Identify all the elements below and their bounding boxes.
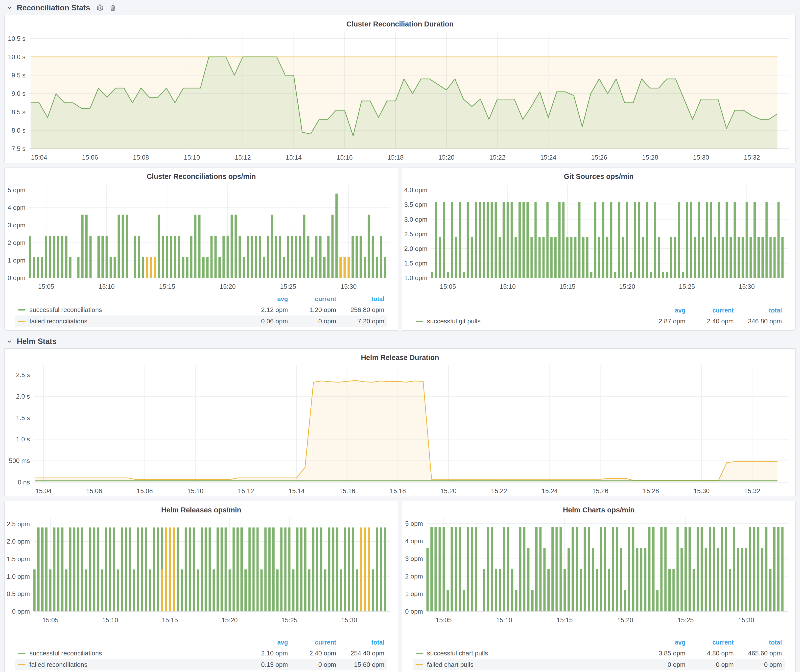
panel-title[interactable]: Helm Releases ops/min — [5, 501, 398, 515]
svg-text:15:32: 15:32 — [744, 487, 760, 494]
svg-text:15:15: 15:15 — [159, 283, 175, 290]
svg-text:15:10: 15:10 — [496, 616, 512, 624]
chart-canvas: 15:0515:1015:1515:2015:2515:300 opm1 opm… — [402, 515, 795, 625]
svg-text:8.0 s: 8.0 s — [12, 127, 26, 134]
legend-sort-total[interactable]: total — [336, 295, 384, 302]
legend-sort-avg[interactable]: avg — [637, 639, 685, 646]
svg-text:15:20: 15:20 — [619, 283, 635, 290]
svg-text:15:30: 15:30 — [341, 283, 357, 290]
svg-text:9.5 s: 9.5 s — [12, 72, 26, 79]
series-color-marker — [18, 664, 26, 665]
panel-helm-release-duration: Helm Release Duration 15:0415:0615:0815:… — [5, 348, 795, 497]
section-header-helm-stats[interactable]: Helm Stats — [5, 334, 795, 348]
legend-row: successful git pulls2.87 opm2.40 opm346.… — [413, 315, 785, 327]
legend-stat-value: 4.80 opm — [685, 650, 734, 657]
legend-sort-total[interactable]: total — [734, 307, 782, 314]
legend: avgcurrenttotalsuccessful reconciliation… — [15, 637, 387, 672]
legend-stat-value: 0.06 opm — [240, 317, 288, 325]
legend-sort-total[interactable]: total — [336, 639, 384, 646]
legend-series-label[interactable]: successful reconciliations — [29, 306, 102, 314]
svg-text:15:20: 15:20 — [220, 283, 236, 290]
svg-text:15:18: 15:18 — [387, 154, 403, 161]
legend-series-label[interactable]: failed reconciliations — [29, 661, 87, 669]
gear-icon[interactable] — [96, 4, 103, 12]
legend-header-row: avgcurrenttotal — [413, 305, 785, 315]
svg-text:15:28: 15:28 — [643, 487, 659, 494]
chevron-down-icon — [6, 338, 12, 344]
panel-git-sources-opm: Git Sources ops/min 15:0515:1015:1515:20… — [402, 167, 795, 331]
legend-sort-avg[interactable]: avg — [637, 307, 685, 314]
legend-row: successful chart pulls3.85 opm4.80 opm46… — [413, 648, 785, 659]
svg-text:15:30: 15:30 — [739, 283, 755, 290]
time-series-plot[interactable]: 15:0415:0615:0815:1015:1215:1415:1615:18… — [5, 362, 795, 497]
legend-stat-value: 2.10 opm — [240, 650, 288, 657]
svg-text:15:15: 15:15 — [557, 616, 573, 624]
panel-title[interactable]: Helm Release Duration — [5, 349, 795, 362]
legend-row: successful reconciliations2.10 opm2.40 o… — [15, 648, 387, 659]
series-color-marker — [416, 664, 423, 665]
legend-stat-value: 0 opm — [734, 661, 782, 669]
legend-series-label[interactable]: successful chart pulls — [427, 650, 488, 657]
svg-text:1.5 opm: 1.5 opm — [7, 555, 30, 563]
legend-sort-avg[interactable]: avg — [240, 295, 288, 302]
svg-text:15:30: 15:30 — [693, 154, 709, 161]
panel-title[interactable]: Git Sources ops/min — [402, 168, 795, 181]
legend-series-label[interactable]: failed chart pulls — [427, 661, 474, 669]
legend: avgcurrenttotalsuccessful chart pulls3.8… — [413, 637, 785, 672]
legend-sort-current[interactable]: current — [288, 295, 336, 302]
series-color-marker — [18, 321, 26, 322]
legend-stat-value: 254.40 opm — [336, 650, 384, 657]
legend-sort-current[interactable]: current — [685, 639, 734, 646]
svg-text:0.5 opm: 0.5 opm — [7, 590, 30, 598]
svg-text:0 opm: 0 opm — [8, 274, 26, 282]
svg-text:15:15: 15:15 — [559, 283, 575, 290]
legend-series-label[interactable]: successful reconciliations — [29, 650, 102, 657]
svg-text:9.0 s: 9.0 s — [12, 90, 26, 97]
svg-text:15:12: 15:12 — [238, 487, 254, 494]
legend-stat-value: 465.60 opm — [734, 650, 782, 657]
svg-text:0 ns: 0 ns — [18, 478, 30, 486]
legend-stat-value: 2.12 opm — [240, 306, 288, 314]
panel-title[interactable]: Helm Charts ops/min — [402, 501, 795, 515]
bar-chart-plot[interactable]: 15:0515:1015:1515:2015:2515:300 opm0.5 o… — [5, 515, 398, 625]
legend-stat-value: 7.20 opm — [336, 317, 384, 325]
section-header-reconciliation-stats[interactable]: Reconciliation Stats — [5, 0, 795, 15]
chart-canvas: 15:0515:1015:1515:2015:2515:300 opm0.5 o… — [5, 515, 398, 625]
svg-text:15:30: 15:30 — [738, 616, 754, 624]
time-series-plot[interactable]: 15:0415:0615:0815:1015:1215:1415:1615:18… — [5, 29, 795, 163]
svg-text:15:06: 15:06 — [86, 487, 102, 494]
svg-text:15:10: 15:10 — [102, 616, 118, 624]
legend-series-label[interactable]: failed reconciliations — [29, 317, 87, 325]
legend-header-row: avgcurrenttotal — [413, 637, 785, 648]
panel-title[interactable]: Cluster Reconciliations ops/min — [5, 168, 398, 181]
chart-canvas: 15:0415:0615:0815:1015:1215:1415:1615:18… — [5, 29, 795, 163]
legend-series-label[interactable]: successful git pulls — [427, 317, 481, 325]
svg-text:15:04: 15:04 — [31, 154, 47, 161]
legend-sort-total[interactable]: total — [734, 639, 782, 646]
svg-text:15:16: 15:16 — [339, 487, 355, 494]
svg-text:15:10: 15:10 — [500, 283, 516, 290]
legend-header-row: avgcurrenttotal — [15, 637, 387, 648]
legend-stat-value: 0 opm — [637, 661, 685, 669]
svg-text:2.0 s: 2.0 s — [16, 393, 30, 400]
svg-text:15:28: 15:28 — [642, 154, 658, 161]
svg-text:15:20: 15:20 — [438, 154, 454, 161]
legend-stat-value: 1.20 opm — [288, 306, 336, 314]
bar-chart-plot[interactable]: 15:0515:1015:1515:2015:2515:301.0 opm1.5… — [402, 181, 795, 292]
svg-text:15:26: 15:26 — [592, 487, 608, 494]
legend-sort-avg[interactable]: avg — [240, 639, 288, 646]
svg-text:15:20: 15:20 — [222, 616, 238, 624]
panel-title[interactable]: Cluster Reconciliation Duration — [5, 15, 795, 29]
svg-text:15:10: 15:10 — [99, 283, 115, 290]
legend-stat-value: 0 opm — [685, 661, 734, 669]
chevron-down-icon — [6, 5, 12, 11]
legend-row: successful reconciliations2.12 opm1.20 o… — [15, 304, 387, 315]
series-color-marker — [18, 309, 26, 310]
bar-chart-plot[interactable]: 15:0515:1015:1515:2015:2515:300 opm1 opm… — [5, 181, 398, 292]
series-color-marker — [416, 321, 423, 322]
legend-sort-current[interactable]: current — [685, 307, 734, 314]
trash-icon[interactable] — [109, 5, 116, 11]
legend-sort-current[interactable]: current — [288, 639, 336, 646]
svg-text:1.5 opm: 1.5 opm — [404, 259, 427, 267]
bar-chart-plot[interactable]: 15:0515:1015:1515:2015:2515:300 opm1 opm… — [402, 515, 795, 625]
